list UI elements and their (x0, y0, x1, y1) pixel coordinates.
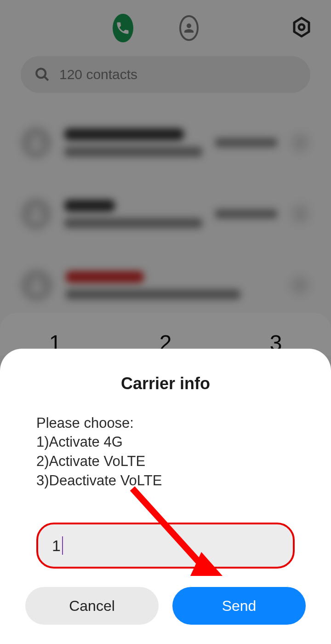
ussd-input[interactable]: 1 (36, 523, 295, 569)
cancel-button[interactable]: Cancel (25, 587, 159, 625)
ussd-input-value: 1 (52, 537, 61, 555)
text-cursor (62, 536, 63, 555)
ussd-dialog: Carrier info Please choose: 1)Activate 4… (0, 349, 331, 644)
dialog-title: Carrier info (25, 374, 306, 393)
send-button[interactable]: Send (172, 587, 306, 625)
dialog-body: Please choose: 1)Activate 4G 2)Activate … (36, 414, 295, 490)
dialog-button-row: Cancel Send (25, 587, 306, 625)
